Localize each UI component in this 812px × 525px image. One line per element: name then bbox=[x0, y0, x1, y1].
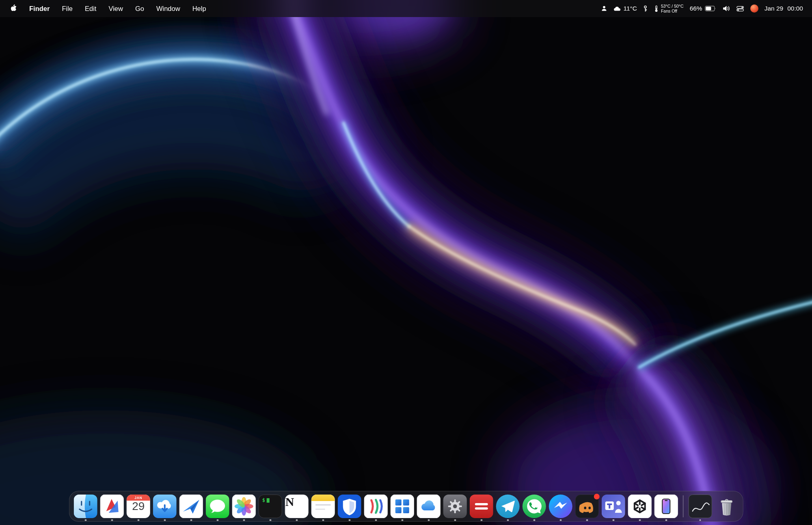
terminal-prompt: $ bbox=[262, 497, 265, 503]
running-indicator bbox=[243, 519, 245, 521]
fan-state-text: Fans Off bbox=[661, 9, 684, 13]
running-indicator bbox=[138, 519, 140, 521]
windows-grid-icon bbox=[391, 495, 414, 518]
key-icon bbox=[643, 5, 648, 12]
status-app-avatar[interactable] bbox=[750, 4, 758, 13]
red-blue-abstract-icon bbox=[100, 495, 124, 518]
messenger-icon bbox=[549, 495, 572, 518]
weather-status-item[interactable]: 11°C bbox=[613, 5, 637, 12]
dock-teams[interactable] bbox=[602, 495, 625, 518]
dock-notion[interactable]: N bbox=[285, 495, 309, 518]
control-center-icon bbox=[736, 6, 744, 11]
menu-edit[interactable]: Edit bbox=[85, 5, 96, 13]
running-indicator bbox=[190, 519, 192, 521]
apple-menu[interactable] bbox=[11, 4, 17, 13]
chatgpt-knot-icon bbox=[628, 495, 652, 518]
running-indicator bbox=[613, 519, 615, 521]
user-icon bbox=[601, 5, 607, 12]
volume-icon bbox=[722, 5, 730, 12]
notes-line bbox=[315, 504, 331, 506]
running-indicator bbox=[375, 519, 377, 521]
temperature-text: 11°C bbox=[623, 5, 637, 12]
control-center-item[interactable] bbox=[736, 6, 744, 11]
dock-calendar[interactable]: JAN 29 bbox=[127, 495, 150, 518]
status-avatar-icon bbox=[750, 4, 758, 13]
running-indicator bbox=[699, 519, 701, 521]
notes-header bbox=[311, 495, 335, 501]
running-indicator bbox=[111, 519, 113, 521]
dock-app-red-blue[interactable] bbox=[100, 495, 124, 518]
running-indicator bbox=[665, 519, 667, 521]
battery-icon bbox=[705, 6, 716, 11]
notion-icon: N bbox=[285, 495, 309, 518]
key-status-item[interactable] bbox=[643, 5, 648, 12]
dock-whatsapp[interactable] bbox=[523, 495, 546, 518]
dock-messages[interactable] bbox=[206, 495, 229, 518]
notes-icon bbox=[311, 495, 335, 518]
weather-cloud-icon bbox=[613, 6, 621, 11]
running-indicator bbox=[322, 519, 324, 521]
color-waves-icon bbox=[364, 495, 388, 518]
running-indicator bbox=[270, 519, 272, 521]
dock-bitwarden[interactable] bbox=[338, 495, 361, 518]
dock-app-color-waves[interactable] bbox=[364, 495, 388, 518]
dock-telegram[interactable] bbox=[496, 495, 520, 518]
running-indicator bbox=[428, 519, 430, 521]
dock-finder[interactable] bbox=[74, 495, 97, 518]
notification-badge bbox=[594, 494, 600, 499]
photos-icon bbox=[232, 495, 256, 518]
shield-icon bbox=[338, 495, 361, 518]
discord-icon bbox=[575, 495, 599, 518]
menu-help[interactable]: Help bbox=[192, 5, 206, 13]
cloud-icon bbox=[417, 495, 441, 518]
iphone-icon bbox=[654, 495, 678, 518]
running-indicator bbox=[507, 519, 509, 521]
running-indicator bbox=[639, 519, 641, 521]
dock-app-paper-plane[interactable] bbox=[179, 495, 203, 518]
messages-icon bbox=[206, 495, 229, 518]
dock: JAN 29 bbox=[69, 491, 743, 522]
dock-app-blue-download[interactable] bbox=[153, 495, 177, 518]
dock-iphone-mirroring[interactable] bbox=[654, 495, 678, 518]
menu-window[interactable]: Window bbox=[156, 5, 180, 13]
menubar-clock[interactable]: Jan 29 00:00 bbox=[764, 5, 803, 12]
user-status-item[interactable] bbox=[601, 5, 607, 12]
dock-app-red-stripes[interactable] bbox=[470, 495, 493, 518]
fan-status-item[interactable]: 53°C / 50°C Fans Off bbox=[654, 4, 684, 13]
finder-icon bbox=[74, 495, 97, 518]
date-text: Jan 29 bbox=[764, 5, 784, 12]
running-indicator bbox=[481, 519, 483, 521]
dock-terminal[interactable]: $ bbox=[259, 495, 282, 518]
dock-cloud-app[interactable] bbox=[417, 495, 441, 518]
battery-status-item[interactable]: 66% bbox=[690, 5, 716, 12]
dock-system-settings[interactable] bbox=[443, 495, 467, 518]
menu-view[interactable]: View bbox=[108, 5, 123, 13]
menu-file[interactable]: File bbox=[62, 5, 73, 13]
trash-icon bbox=[715, 495, 738, 518]
dock-photos[interactable] bbox=[232, 495, 256, 518]
thermometer-icon bbox=[654, 5, 659, 12]
paper-plane-icon bbox=[179, 495, 203, 518]
battery-percent-text: 66% bbox=[690, 5, 702, 12]
dock-windows-app[interactable] bbox=[391, 495, 414, 518]
dock-trash[interactable] bbox=[715, 495, 738, 518]
menu-bar: Finder File Edit View Go Window Help 11°… bbox=[0, 0, 812, 17]
dock-app-window-dark[interactable] bbox=[688, 495, 712, 518]
running-indicator bbox=[296, 519, 298, 521]
dock-chatgpt[interactable] bbox=[628, 495, 652, 518]
terminal-icon: $ bbox=[259, 495, 282, 518]
desktop: Finder File Edit View Go Window Help 11°… bbox=[0, 0, 812, 525]
dock-messenger[interactable] bbox=[549, 495, 572, 518]
running-indicator bbox=[349, 519, 351, 521]
menu-go[interactable]: Go bbox=[135, 5, 144, 13]
dock-separator bbox=[683, 495, 684, 517]
dock-discord[interactable] bbox=[575, 495, 599, 518]
whatsapp-icon bbox=[523, 495, 546, 518]
dock-notes[interactable] bbox=[311, 495, 335, 518]
running-indicator bbox=[533, 519, 536, 521]
red-stripes-icon bbox=[470, 495, 493, 518]
volume-status-item[interactable] bbox=[722, 5, 730, 12]
notion-letter: N bbox=[285, 495, 294, 508]
running-indicator bbox=[402, 519, 404, 521]
menu-finder[interactable]: Finder bbox=[29, 5, 50, 13]
